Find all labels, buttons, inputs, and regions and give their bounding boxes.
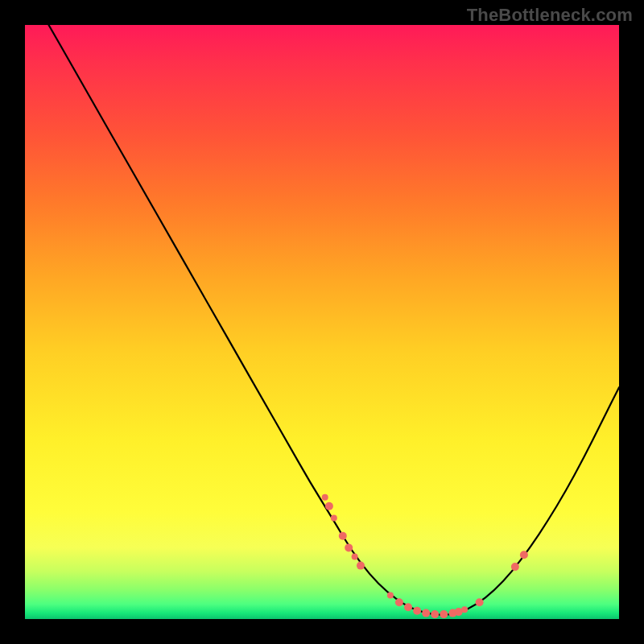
data-point (422, 609, 430, 617)
chart-frame: TheBottleneck.com (0, 0, 644, 644)
data-point (331, 515, 337, 522)
data-point (345, 543, 353, 551)
data-points-group (322, 494, 528, 618)
bottleneck-curve (49, 25, 620, 615)
data-point (461, 606, 468, 613)
data-point (404, 603, 412, 611)
data-point (339, 532, 347, 540)
data-point (431, 610, 439, 618)
data-point (387, 592, 394, 599)
plot-svg (25, 25, 619, 619)
data-point (352, 554, 358, 560)
data-point (395, 598, 403, 606)
data-point (511, 563, 519, 571)
data-point (520, 551, 528, 559)
data-point (322, 494, 328, 501)
data-point (325, 502, 333, 510)
data-point (476, 598, 484, 606)
data-point (357, 562, 365, 570)
watermark-text: TheBottleneck.com (467, 5, 633, 26)
data-point (440, 610, 448, 618)
data-point (413, 607, 421, 615)
plot-area (25, 25, 619, 619)
